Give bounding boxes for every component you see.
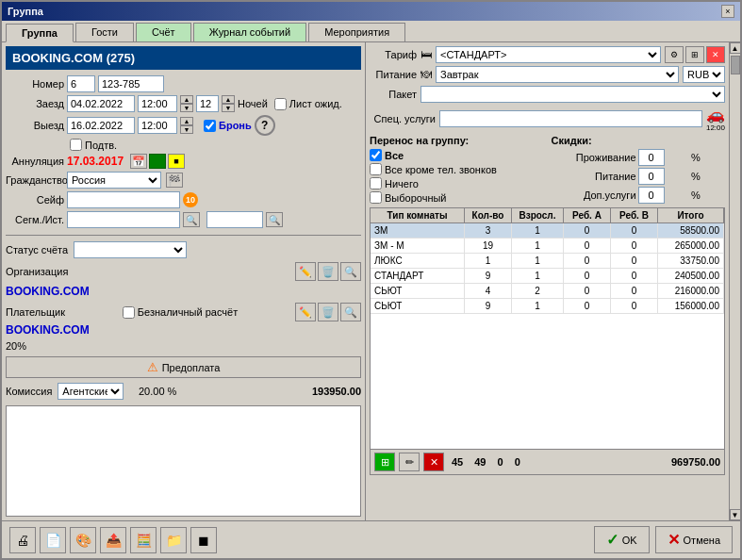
scroll-down[interactable]: ▼ [730,509,741,520]
table-row[interactable]: ЗМ 3 1 0 0 58500.00 [371,223,724,239]
table-row[interactable]: СТАНДАРТ 9 1 0 0 240500.00 [371,269,724,284]
seif-circle[interactable]: 10 [183,192,198,207]
nights-up[interactable]: ▲ [222,95,235,104]
toolbar-calc-btn[interactable]: 🧮 [130,527,157,553]
vyezd-time-up[interactable]: ▲ [180,117,193,125]
segm-input[interactable] [67,211,180,228]
beznal-checkbox[interactable] [123,306,135,319]
ist-search-btn[interactable]: 🔍 [266,212,283,227]
org-edit-btn[interactable]: ✏️ [295,262,316,281]
tab-meropriyatiya[interactable]: Мероприятия [308,23,405,41]
table-row[interactable]: СЬЮТ 4 2 0 0 216000.00 [371,284,724,299]
toolbar-color-btn[interactable]: 🎨 [70,527,96,553]
question-button[interactable]: ? [255,115,275,136]
table-row[interactable]: ЗМ - М 19 1 0 0 265000.00 [371,239,724,254]
perenos-vyborochny[interactable]: Выборочный [370,191,544,204]
ok-button[interactable]: ✓ OK [594,526,650,553]
close-button[interactable]: × [721,5,734,18]
notes-area[interactable] [6,405,361,517]
percent-value: 20% [6,338,361,354]
pitanie-select[interactable]: Завтрак [436,66,679,83]
seif-label: Сейф [6,194,64,206]
perenos-nichego[interactable]: Ничего [370,177,544,189]
toolbar-misc-btn[interactable]: ◼ [190,527,217,553]
grazhdanstvo-select[interactable]: Россия [67,172,161,189]
annul-calendar-btn[interactable]: 📅 [130,154,147,169]
predoplata-button[interactable]: ⚠ Предоплата [6,356,361,378]
zaezd-time-input[interactable] [138,95,177,112]
org-search-btn[interactable]: 🔍 [340,262,361,281]
podtv-check[interactable]: Подтв. [70,139,117,151]
tab-gruppa[interactable]: Группа [6,24,74,42]
table-row[interactable]: ЛЮКС 1 1 0 0 33750.00 [371,254,724,269]
platelnick-delete-btn[interactable]: 🗑️ [318,303,338,321]
table-delete-btn[interactable]: ✕ [423,453,444,471]
vyezd-date-input[interactable] [67,117,135,134]
tarif-select[interactable]: <СТАНДАРТ> [436,46,661,63]
nights-input[interactable] [196,95,219,112]
annul-yellow-btn[interactable]: ■ [168,154,185,169]
komissiya-type-select[interactable]: Агентские [58,383,124,400]
tab-schet[interactable]: Счёт [136,23,191,41]
perenos-vse-krome[interactable]: Все кроме тел. звонков [370,163,544,175]
table-row[interactable]: СЬЮТ 9 1 0 0 156000.00 [371,299,724,314]
skidki-grid: Проживание % Питание % Доп.услуги % [552,149,726,204]
room-input[interactable] [98,75,164,92]
skidki-prozhivanie-input[interactable] [638,149,665,166]
car-icon-box[interactable]: 🚗 12:00 [706,106,725,132]
org-name: BOOKING.COM [6,283,361,300]
toolbar-print-btn[interactable]: 🖨 [9,527,36,553]
platelnick-edit-btn[interactable]: ✏️ [295,303,316,321]
grazhdanstvo-flag-btn[interactable]: 🏁 [166,173,183,188]
scroll-thumb[interactable] [731,56,740,74]
spec-input[interactable] [439,110,702,127]
komissiya-pct: 20.00 % [129,386,176,397]
grazhdanstvo-label: Гражданство [6,174,64,186]
footer-sum: 969750.00 [671,456,720,468]
tab-gosti[interactable]: Гости [75,23,134,41]
ist-input[interactable] [206,211,263,228]
table-edit-btn[interactable]: ✏ [399,453,420,471]
table-add-btn[interactable]: ⊞ [374,453,395,471]
currency-select[interactable]: RUB [683,66,725,83]
td-reb-b: 0 [611,223,658,238]
segm-search-btn[interactable]: 🔍 [183,212,200,227]
nomer-input[interactable] [67,75,95,92]
bron-check[interactable]: Бронь [204,120,252,132]
paket-select[interactable] [420,86,725,103]
seif-input[interactable] [67,191,180,208]
platelnick-btns: ✏️ 🗑️ 🔍 [295,303,361,321]
th-reb-b: Реб. В [611,208,658,222]
list-ozhid-check[interactable]: Лист ожид. [274,98,342,110]
tarif-btn1[interactable]: ⚙ [665,46,684,63]
tarif-btn2[interactable]: ⊞ [685,46,704,63]
status-scheta-select[interactable] [74,241,187,258]
nights-down[interactable]: ▼ [222,104,235,112]
zaezd-time-spin[interactable]: ▲ ▼ [180,95,193,112]
td-vzr: 1 [512,223,564,238]
vyezd-time-down[interactable]: ▼ [180,125,193,134]
org-label: Организация [6,266,68,277]
toolbar-doc-btn[interactable]: 📄 [40,527,66,553]
vyezd-time-spin[interactable]: ▲ ▼ [180,117,193,134]
scroll-up[interactable]: ▲ [730,42,741,54]
zaezd-time-down[interactable]: ▼ [180,104,193,112]
toolbar-export-btn[interactable]: 📤 [100,527,126,553]
skidki-dop-input[interactable] [638,187,665,204]
vyezd-time-input[interactable] [138,117,177,134]
annul-green-btn[interactable] [149,154,166,169]
toolbar-folder-btn[interactable]: 📁 [160,527,187,553]
perenos-box: Перенос на группу: Все Все кроме тел. зв… [370,135,544,204]
zaezd-time-up[interactable]: ▲ [180,95,193,104]
right-scrollbar: ▲ ▼ [729,42,740,520]
cancel-button[interactable]: ✕ Отмена [655,526,733,553]
org-delete-btn[interactable]: 🗑️ [318,262,338,281]
zaezd-date-input[interactable] [67,95,135,112]
tarif-btn3[interactable]: ✕ [706,46,725,63]
tab-zhurnal[interactable]: Журнал событий [193,23,306,41]
right-notes-area[interactable] [370,479,725,517]
nights-spin[interactable]: ▲ ▼ [222,95,235,112]
skidki-pitanie-input[interactable] [638,168,665,185]
perenos-vse[interactable]: Все [370,149,544,161]
platelnick-search-btn[interactable]: 🔍 [340,303,361,321]
